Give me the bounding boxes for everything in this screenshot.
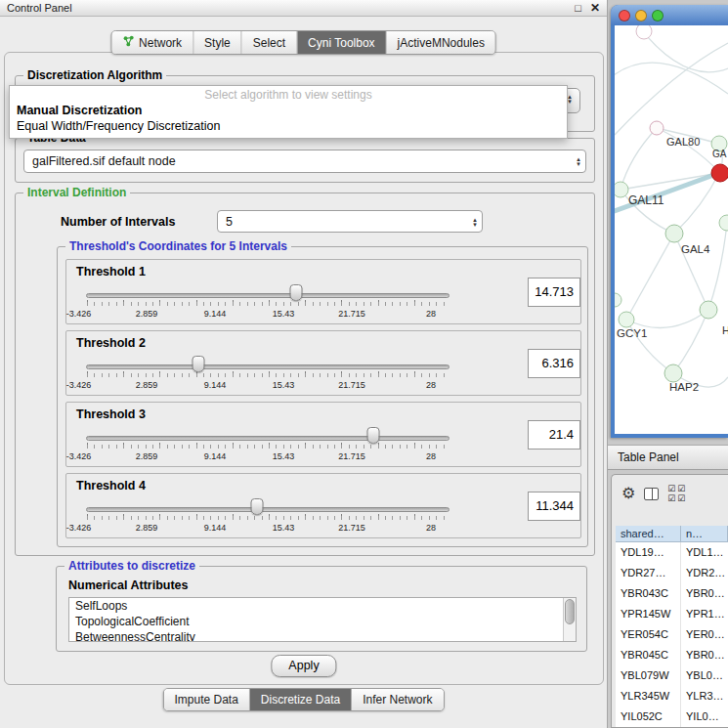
slider-tick-label: 15.43 xyxy=(273,451,295,461)
column-header-shared-name[interactable]: shared… xyxy=(616,526,681,542)
node-label: GCY1 xyxy=(617,327,647,339)
minimize-icon[interactable]: □ xyxy=(575,3,581,14)
network-window-titlebar[interactable] xyxy=(611,5,728,25)
slider-thumb[interactable] xyxy=(289,284,302,301)
slider-tick-label: -3.426 xyxy=(66,523,92,533)
column-header-name[interactable]: n… xyxy=(681,526,728,542)
tab-select[interactable]: Select xyxy=(242,31,297,54)
tab-style[interactable]: Style xyxy=(193,31,242,54)
node-label: GAL11 xyxy=(628,193,664,207)
slider-tick-label: 28 xyxy=(426,380,436,390)
slider-tick-label: 21.715 xyxy=(338,380,365,390)
tab-cyni-toolbox[interactable]: Cyni Toolbox xyxy=(297,31,386,54)
table-row[interactable]: YPR145WYPR1… xyxy=(616,604,728,624)
network-node[interactable] xyxy=(719,215,728,231)
spinner-arrows-icon: ▴ ▾ xyxy=(572,156,585,166)
checkbox-icon[interactable]: ☑ xyxy=(667,484,677,493)
cell-shared-name: YDR27… xyxy=(616,563,681,583)
network-canvas[interactable]: GAL80 GA GAL11 GAL4 GCY1 HAP2 H xyxy=(615,25,728,434)
table-row[interactable]: YDL19…YDL1… xyxy=(616,542,728,563)
algorithm-popup-options: Manual DiscretizationEqual Width/Frequen… xyxy=(10,103,567,134)
attributes-group-label: Attributes to discretize xyxy=(64,559,199,573)
network-node[interactable] xyxy=(664,364,682,382)
bottom-tab-discretize-data[interactable]: Discretize Data xyxy=(250,689,352,710)
network-icon xyxy=(122,35,134,50)
column-checkboxes[interactable]: ☑ ☑ ☑ ☑ xyxy=(667,484,687,503)
slider-thumb[interactable] xyxy=(193,356,205,372)
table-row[interactable]: YER054CYER0… xyxy=(616,624,728,645)
algorithm-option[interactable]: Manual Discretization xyxy=(10,103,567,118)
cell-shared-name: YBR043C xyxy=(616,583,681,604)
table-toolbar: ⚙ ☑ ☑ ☑ ☑ xyxy=(612,475,728,512)
node-label: GAL4 xyxy=(681,243,710,255)
list-item[interactable]: TopologicalCoefficient xyxy=(69,614,576,629)
top-tabbar: NetworkStyleSelectCyni ToolboxjActiveMNo… xyxy=(110,30,496,55)
bottom-tab-impute-data[interactable]: Impute Data xyxy=(163,689,249,710)
scrollbar-thumb[interactable] xyxy=(565,599,575,624)
table-row[interactable]: YBR045CYBR0… xyxy=(616,645,728,665)
control-panel-titlebar[interactable]: Control Panel □ ✕ xyxy=(0,0,607,17)
threshold-value-field[interactable]: 21.4 xyxy=(528,420,580,450)
threshold-slider[interactable]: -3.4262.8599.14415.4321.71528 xyxy=(86,283,450,322)
tab-jactivemnodules[interactable]: jActiveMNodules xyxy=(387,31,495,54)
slider-tick-label: 2.859 xyxy=(136,309,158,319)
threshold-slider[interactable]: -3.4262.8599.14415.4321.71528 xyxy=(86,355,450,394)
bottom-tab-infer-network[interactable]: Infer Network xyxy=(352,689,443,710)
cell-shared-name: YDL19… xyxy=(616,542,681,563)
table-data-selected-value: galFiltered.sif default node xyxy=(24,154,572,168)
threshold-slider[interactable]: -3.4262.8599.14415.4321.71528 xyxy=(86,497,450,536)
network-graph[interactable]: GAL80 GA GAL11 GAL4 GCY1 HAP2 H xyxy=(615,25,728,434)
checkbox-icon[interactable]: ☑ xyxy=(667,493,677,503)
gear-icon[interactable]: ⚙ xyxy=(621,486,635,501)
network-node[interactable] xyxy=(665,225,683,242)
close-traffic-light-icon[interactable] xyxy=(619,10,630,21)
selected-red-node[interactable] xyxy=(711,164,728,182)
threshold-value-field[interactable]: 14.713 xyxy=(528,278,580,307)
table-panel-header[interactable]: Table Panel xyxy=(608,445,728,470)
minimize-traffic-light-icon[interactable] xyxy=(635,10,647,21)
apply-button[interactable]: Apply xyxy=(271,655,336,677)
algorithm-option[interactable]: Equal Width/Frequency Discretization xyxy=(10,118,567,134)
cell-name: YER0… xyxy=(681,624,728,645)
slider-tick-label: 9.144 xyxy=(204,523,227,533)
tab-label: jActiveMNodules xyxy=(398,36,485,50)
table-row[interactable]: YLR345WYLR3… xyxy=(616,686,728,707)
number-of-intervals-value: 5 xyxy=(218,215,468,229)
slider-thumb[interactable] xyxy=(250,498,263,515)
table-row[interactable]: YIL052CYIL0… xyxy=(616,707,728,727)
cell-name: YBR0… xyxy=(681,583,728,604)
threshold-value-field[interactable]: 6.316 xyxy=(528,349,580,378)
list-item[interactable]: BetweennessCentrality xyxy=(69,629,576,642)
numerical-attributes-list[interactable]: SelfLoopsTopologicalCoefficientBetweenne… xyxy=(68,597,577,642)
table-row[interactable]: YBR043CYBR0… xyxy=(616,583,728,604)
slider-tick-label: 15.43 xyxy=(273,380,295,390)
network-node[interactable] xyxy=(615,293,621,307)
tab-network[interactable]: Network xyxy=(111,31,193,54)
slider-tick-label: 9.144 xyxy=(204,451,227,461)
threshold-value-field[interactable]: 11.344 xyxy=(528,492,580,521)
network-node[interactable] xyxy=(650,121,664,135)
network-node[interactable] xyxy=(615,182,628,197)
checkbox-icon[interactable]: ☑ xyxy=(677,493,687,503)
list-scrollbar[interactable] xyxy=(563,598,576,641)
table-data-combobox[interactable]: galFiltered.sif default node ▴ ▾ xyxy=(23,150,586,173)
cell-shared-name: YPR145W xyxy=(616,604,681,624)
network-node[interactable] xyxy=(700,301,717,319)
close-icon[interactable]: ✕ xyxy=(590,2,600,14)
table-row[interactable]: YBL079WYBL0… xyxy=(616,665,728,686)
slider-tick-label: -3.426 xyxy=(66,451,92,461)
cell-name: YBR0… xyxy=(681,645,728,665)
slider-thumb[interactable] xyxy=(366,427,379,444)
network-node[interactable] xyxy=(636,25,652,39)
table-row[interactable]: YDR27…YDR2… xyxy=(616,563,728,583)
number-of-intervals-combobox[interactable]: 5 ▴ ▾ xyxy=(217,210,483,233)
checkbox-icon[interactable]: ☑ xyxy=(677,484,687,493)
columns-icon[interactable] xyxy=(644,488,659,500)
network-node[interactable] xyxy=(619,312,634,327)
threshold-panel: Threshold 4-3.4262.8599.14415.4321.71528… xyxy=(65,473,581,538)
tab-label: Discretize Data xyxy=(261,693,340,707)
threshold-slider[interactable]: -3.4262.8599.14415.4321.71528 xyxy=(86,426,450,465)
table-data-group: Table Data galFiltered.sif default node … xyxy=(15,138,595,183)
list-item[interactable]: SelfLoops xyxy=(69,598,576,614)
zoom-traffic-light-icon[interactable] xyxy=(652,10,664,21)
